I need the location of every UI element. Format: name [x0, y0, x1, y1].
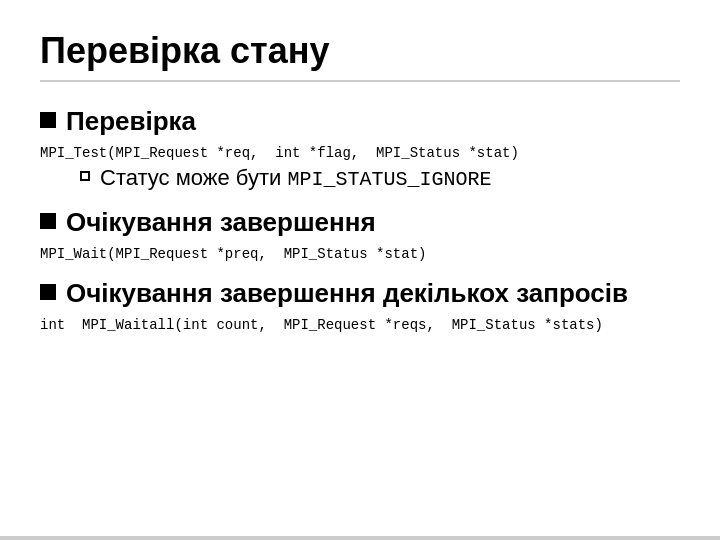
slide-title: Перевірка стану — [40, 30, 680, 82]
section-waitall: Очікування завершення декількох запросів… — [40, 278, 680, 333]
bullet-square-wait-icon — [40, 213, 56, 229]
bottom-border — [0, 536, 720, 540]
bullet-main-wait: Очікування завершення — [40, 207, 680, 238]
bullet-square-waitall-icon — [40, 284, 56, 300]
heading-check: Перевірка — [66, 106, 196, 137]
slide: Перевірка стану Перевірка MPI_Test(MPI_R… — [0, 0, 720, 540]
bullet-main-waitall: Очікування завершення декількох запросів — [40, 278, 680, 309]
heading-wait: Очікування завершення — [66, 207, 376, 238]
code-mpi-waitall: int MPI_Waitall(int count, MPI_Request *… — [40, 317, 680, 333]
bullet-square-icon — [40, 112, 56, 128]
code-inline-status-ignore: MPI_STATUS_IGNORE — [287, 168, 491, 191]
section-check: Перевірка MPI_Test(MPI_Request *req, int… — [40, 106, 680, 191]
bullet-main-check: Перевірка — [40, 106, 680, 137]
sub-bullet-status-text: Статус може бути MPI_STATUS_IGNORE — [100, 165, 491, 191]
sub-bullet-square-icon — [80, 171, 90, 181]
sub-bullet-status: Статус може бути MPI_STATUS_IGNORE — [80, 165, 680, 191]
heading-waitall: Очікування завершення декількох запросів — [66, 278, 628, 309]
code-mpi-test: MPI_Test(MPI_Request *req, int *flag, MP… — [40, 145, 680, 161]
code-mpi-wait: MPI_Wait(MPI_Request *preq, MPI_Status *… — [40, 246, 680, 262]
section-wait: Очікування завершення MPI_Wait(MPI_Reque… — [40, 207, 680, 262]
